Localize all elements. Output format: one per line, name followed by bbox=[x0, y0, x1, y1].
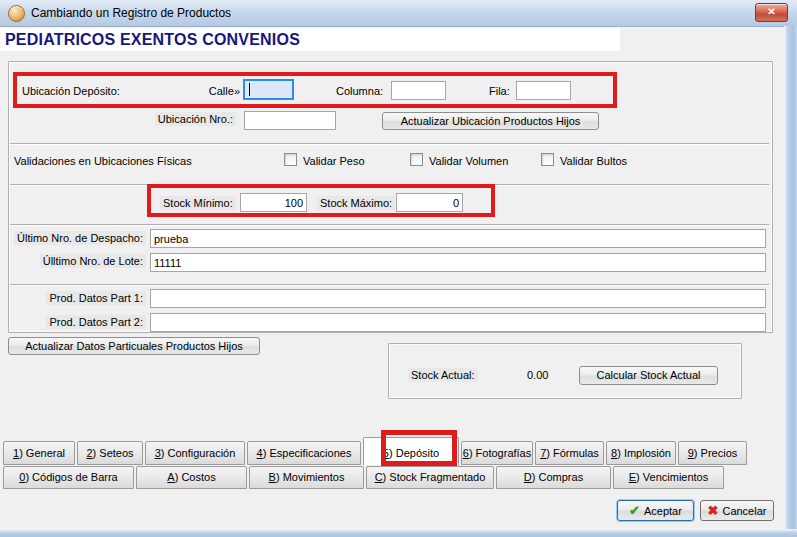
datos-part1-input[interactable] bbox=[150, 289, 766, 308]
columna-label: Columna: bbox=[336, 85, 383, 97]
close-button[interactable]: ✕ bbox=[755, 3, 788, 22]
calle-label: Calle» bbox=[190, 85, 240, 97]
tab-deposito[interactable]: 5) Depósito bbox=[363, 437, 459, 465]
stock-actual-label: Stock Actual: bbox=[408, 369, 478, 381]
tab-costos[interactable]: A) Costos bbox=[136, 466, 247, 489]
validaciones-label: Validaciones en Ubicaciones Físicas bbox=[14, 155, 192, 167]
fila-label: Fila: bbox=[489, 85, 510, 97]
tab-precios[interactable]: 9) Precios bbox=[678, 441, 747, 465]
calcular-stock-button[interactable]: Calcular Stock Actual bbox=[579, 366, 718, 385]
tab-especificaciones[interactable]: 4) Especificaciones bbox=[247, 441, 361, 465]
close-icon: ✕ bbox=[767, 6, 775, 17]
datos-part2-label: Prod. Datos Part 2: bbox=[12, 316, 146, 328]
separator bbox=[10, 184, 769, 186]
aceptar-button[interactable]: ✔ Aceptar bbox=[617, 500, 694, 521]
validar-volumen-label: Validar Volumen bbox=[429, 155, 508, 167]
title-bar[interactable]: Cambiando un Registro de Productos ✕ bbox=[0, 0, 797, 27]
validar-bultos-checkbox[interactable] bbox=[541, 153, 554, 166]
tab-compras[interactable]: D) Compras bbox=[496, 466, 611, 489]
validar-volumen-checkbox[interactable] bbox=[410, 153, 423, 166]
validar-peso-checkbox[interactable] bbox=[284, 153, 297, 166]
despacho-label: Último Nro. de Despacho: bbox=[12, 232, 146, 244]
dialog-window: Cambiando un Registro de Productos ✕ PED… bbox=[0, 0, 797, 537]
separator bbox=[10, 224, 769, 226]
columna-input[interactable] bbox=[391, 81, 446, 100]
stock-minimo-input[interactable] bbox=[240, 193, 307, 212]
ubicacion-nro-input[interactable] bbox=[244, 111, 336, 130]
app-icon bbox=[8, 5, 25, 22]
fila-input[interactable] bbox=[516, 81, 571, 100]
tab-implosion[interactable]: 8) Implosión bbox=[606, 441, 676, 465]
aceptar-label: Aceptar bbox=[644, 505, 682, 517]
lote-input[interactable] bbox=[150, 253, 766, 272]
text-caret bbox=[249, 83, 250, 96]
actualizar-datos-button[interactable]: Actualizar Datos Particuales Productos H… bbox=[8, 337, 260, 355]
validar-bultos-label: Validar Bultos bbox=[560, 155, 627, 167]
separator bbox=[10, 143, 769, 145]
tab-stock-fragmentado[interactable]: C) Stock Fragmentado bbox=[366, 466, 494, 489]
cancelar-button[interactable]: ✖ Cancelar bbox=[700, 500, 774, 521]
despacho-input[interactable] bbox=[150, 229, 766, 248]
cancelar-label: Cancelar bbox=[722, 505, 766, 517]
ubicacion-deposito-label: Ubicación Depósito: bbox=[22, 85, 120, 97]
window-bottom-border bbox=[0, 529, 797, 537]
calle-input[interactable] bbox=[243, 79, 294, 100]
tab-general[interactable]: 1) General bbox=[3, 441, 75, 465]
record-header: PEDIATRICOS EXENTOS CONVENIOS bbox=[0, 28, 620, 51]
stock-maximo-input[interactable] bbox=[396, 193, 463, 212]
actualizar-ubicacion-button[interactable]: Actualizar Ubicación Productos Hijos bbox=[382, 112, 599, 130]
stock-actual-value: 0.00 bbox=[527, 369, 548, 381]
ubicacion-nro-label: Ubicación Nro.: bbox=[110, 113, 236, 125]
cross-icon: ✖ bbox=[708, 503, 719, 518]
product-name: PEDIATRICOS EXENTOS CONVENIOS bbox=[0, 28, 620, 49]
tab-formulas[interactable]: 7) Fórmulas bbox=[535, 441, 604, 465]
stock-minimo-label: Stock Mínimo: bbox=[160, 197, 236, 209]
tab-fotografias[interactable]: 6) Fotografías bbox=[461, 441, 533, 465]
check-icon: ✔ bbox=[629, 503, 640, 518]
datos-part1-label: Prod. Datos Part 1: bbox=[12, 292, 146, 304]
tab-codigos-de-barra[interactable]: 0) Códigos de Barra bbox=[3, 466, 134, 489]
separator bbox=[10, 284, 769, 286]
validar-peso-label: Validar Peso bbox=[303, 155, 365, 167]
window-title: Cambiando un Registro de Productos bbox=[31, 6, 231, 20]
window-right-border bbox=[784, 26, 797, 537]
lote-label: Úlltimo Nro. de Lote: bbox=[12, 255, 146, 267]
tab-seteos[interactable]: 2) Seteos bbox=[77, 441, 143, 465]
tab-movimientos[interactable]: B) Movimientos bbox=[249, 466, 364, 489]
datos-part2-input[interactable] bbox=[150, 313, 766, 332]
stock-maximo-label: Stock Máximo: bbox=[317, 197, 395, 209]
tab-vencimientos[interactable]: E) Vencimientos bbox=[613, 466, 724, 489]
tab-configuracion[interactable]: 3) Configuración bbox=[145, 441, 245, 465]
